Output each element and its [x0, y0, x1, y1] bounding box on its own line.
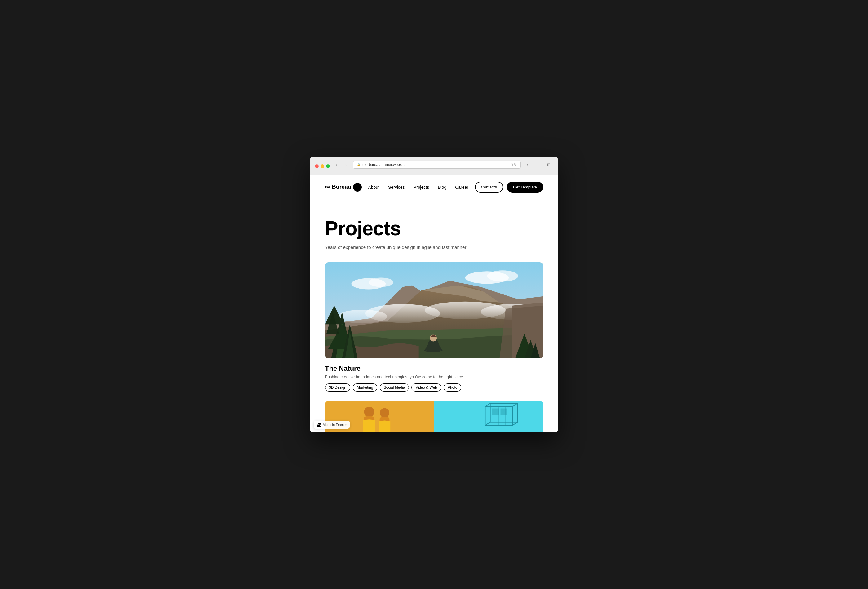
- page-subtitle: Years of experience to create unique des…: [325, 245, 543, 250]
- close-button[interactable]: [315, 164, 319, 168]
- website-content: the Bureau About Services Projects Blog …: [310, 176, 558, 432]
- svg-rect-24: [434, 402, 543, 433]
- svg-rect-33: [492, 408, 499, 415]
- hero-section: Projects Years of experience to create u…: [310, 199, 558, 262]
- lock-icon: 🔒: [357, 163, 360, 167]
- logo-the-text: the: [325, 185, 330, 189]
- thumbnail-right[interactable]: [434, 402, 543, 433]
- traffic-lights: [315, 164, 330, 168]
- nav-item-blog[interactable]: Blog: [438, 185, 446, 190]
- svg-point-22: [364, 407, 375, 417]
- minimize-button[interactable]: [320, 164, 324, 168]
- browser-window: ‹ › 🔒 the-bureau.framer.website ⊡ ↻ ↑ + …: [310, 156, 558, 432]
- thumbnail-right-svg: [434, 402, 543, 433]
- svg-point-23: [380, 408, 389, 418]
- project-info: The Nature Pushing creative boundaries a…: [325, 365, 543, 391]
- logo-dot-icon: [353, 183, 362, 192]
- nav-arrows: ‹ ›: [332, 160, 350, 169]
- svg-point-6: [487, 270, 518, 282]
- project-description: Pushing creative boundaries and technolo…: [325, 375, 543, 379]
- browser-toolbar: ‹ › 🔒 the-bureau.framer.website ⊡ ↻ ↑ + …: [332, 160, 553, 172]
- forward-button[interactable]: ›: [342, 160, 350, 169]
- nav-item-about[interactable]: About: [368, 185, 379, 190]
- framer-badge[interactable]: Made in Framer: [314, 421, 350, 429]
- forward-arrow-icon: ›: [345, 162, 347, 167]
- svg-rect-34: [500, 408, 508, 415]
- bottom-thumbnails-area: Made in Framer: [310, 402, 558, 433]
- toolbar-actions: ↑ + ⊞: [523, 160, 553, 169]
- nav-actions: Contacts Get Template: [475, 182, 543, 192]
- browser-controls: ‹ › 🔒 the-bureau.framer.website ⊡ ↻ ↑ + …: [315, 160, 553, 172]
- fullscreen-button[interactable]: [326, 164, 330, 168]
- url-text: the-bureau.framer.website: [362, 162, 406, 167]
- site-logo[interactable]: the Bureau: [325, 183, 362, 192]
- site-navigation: the Bureau About Services Projects Blog …: [310, 176, 558, 199]
- get-template-button[interactable]: Get Template: [507, 182, 543, 192]
- featured-project-section: The Nature Pushing creative boundaries a…: [310, 262, 558, 402]
- page-title: Projects: [325, 218, 543, 239]
- tag-marketing[interactable]: Marketing: [353, 384, 377, 391]
- svg-point-4: [337, 310, 387, 323]
- nav-links: About Services Projects Blog Career: [368, 185, 468, 190]
- mountain-scene-svg: [325, 262, 543, 358]
- nav-item-projects[interactable]: Projects: [413, 185, 430, 190]
- logo-bureau-text: Bureau: [332, 184, 351, 190]
- address-bar[interactable]: 🔒 the-bureau.framer.website ⊡ ↻: [353, 161, 521, 169]
- tag-video-web[interactable]: Video & Web: [411, 384, 441, 391]
- svg-point-8: [369, 278, 393, 287]
- back-button[interactable]: ‹: [332, 160, 341, 169]
- nav-item-services[interactable]: Services: [388, 185, 405, 190]
- tag-social-media[interactable]: Social Media: [380, 384, 409, 391]
- grid-button[interactable]: ⊞: [544, 160, 553, 169]
- contacts-button[interactable]: Contacts: [475, 182, 503, 192]
- back-arrow-icon: ‹: [336, 162, 338, 167]
- project-image[interactable]: [325, 262, 543, 358]
- browser-chrome: ‹ › 🔒 the-bureau.framer.website ⊡ ↻ ↑ + …: [310, 156, 558, 176]
- share-button[interactable]: ↑: [523, 160, 532, 169]
- nav-item-career[interactable]: Career: [455, 185, 468, 190]
- project-name: The Nature: [325, 365, 543, 373]
- framer-logo-icon: [317, 422, 321, 427]
- new-tab-button[interactable]: +: [534, 160, 542, 169]
- project-tags: 3D Design Marketing Social Media Video &…: [325, 384, 543, 391]
- framer-badge-text: Made in Framer: [323, 423, 347, 427]
- reader-icon: ⊡ ↻: [510, 163, 517, 167]
- tag-photo[interactable]: Photo: [444, 384, 461, 391]
- tag-3d-design[interactable]: 3D Design: [325, 384, 350, 391]
